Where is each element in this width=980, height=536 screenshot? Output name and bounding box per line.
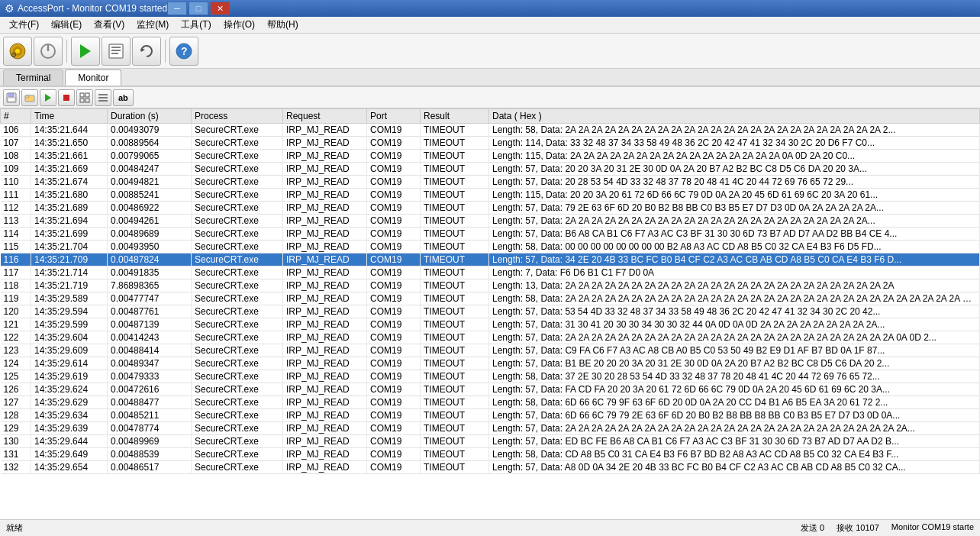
cell-datahex: Length: 57, Data: ED BC FE B6 A8 CA B1 C… — [489, 435, 980, 448]
svg-rect-16 — [8, 98, 15, 102]
cell-time: 14:35:29.589 — [31, 292, 108, 305]
table-row[interactable]: 12814:35:29.6340.00485211SecureCRT.exeIR… — [1, 409, 980, 422]
stop-button[interactable] — [58, 89, 75, 106]
col-header-result: Result — [421, 109, 489, 124]
cell-result: TIMEOUT — [421, 435, 489, 448]
cell-durations: 0.00479333 — [108, 370, 192, 383]
cell-time: 14:35:21.661 — [31, 150, 108, 163]
table-row[interactable]: 12414:35:29.6140.00489347SecureCRT.exeIR… — [1, 357, 980, 370]
table-row[interactable]: 13114:35:29.6490.00488539SecureCRT.exeIR… — [1, 448, 980, 461]
ab-button[interactable]: ab — [113, 89, 134, 106]
cell-port: COM19 — [367, 266, 421, 279]
cell-request: IRP_MJ_READ — [283, 435, 367, 448]
menu-item-h[interactable]: 帮助(H) — [261, 17, 305, 33]
table-row[interactable]: 10914:35:21.6690.00484247SecureCRT.exeIR… — [1, 163, 980, 176]
power-button[interactable] — [34, 37, 63, 66]
cell-result: TIMEOUT — [421, 396, 489, 409]
table-row[interactable]: 11514:35:21.7040.00493950SecureCRT.exeIR… — [1, 241, 980, 253]
cell-time: 14:35:29.604 — [31, 331, 108, 344]
table-row[interactable]: 12614:35:29.6240.00472616SecureCRT.exeIR… — [1, 383, 980, 396]
cell-: 132 — [1, 461, 31, 474]
menu-item-t[interactable]: 工具(T) — [175, 17, 217, 33]
cell-request: IRP_MJ_READ — [283, 176, 367, 189]
grid-button[interactable] — [76, 89, 93, 106]
menu-item-m[interactable]: 监控(M) — [131, 17, 175, 33]
table-row[interactable]: 10714:35:21.6500.00889564SecureCRT.exeIR… — [1, 137, 980, 150]
table-row[interactable]: 11314:35:21.6940.00494261SecureCRT.exeIR… — [1, 215, 980, 228]
data-table: #TimeDuration (s)ProcessRequestPortResul… — [0, 108, 980, 474]
table-row[interactable]: 11414:35:21.6990.00489689SecureCRT.exeIR… — [1, 228, 980, 241]
table-row[interactable]: 11114:35:21.6800.00885241SecureCRT.exeIR… — [1, 189, 980, 202]
cell-: 127 — [1, 396, 31, 409]
table-row[interactable]: 11714:35:21.7140.00491835SecureCRT.exeIR… — [1, 266, 980, 279]
table-row[interactable]: 12314:35:29.6090.00488414SecureCRT.exeIR… — [1, 344, 980, 357]
cell-process: SecureCRT.exe — [192, 150, 283, 163]
cell-: 124 — [1, 357, 31, 370]
table-row[interactable]: 13014:35:29.6440.00489969SecureCRT.exeIR… — [1, 435, 980, 448]
cell-process: SecureCRT.exe — [192, 435, 283, 448]
data-table-container[interactable]: #TimeDuration (s)ProcessRequestPortResul… — [0, 108, 980, 519]
cell-port: COM19 — [367, 124, 421, 137]
cell-request: IRP_MJ_READ — [283, 448, 367, 461]
open-button[interactable] — [21, 89, 38, 106]
table-row[interactable]: 12214:35:29.6040.00414243SecureCRT.exeIR… — [1, 331, 980, 344]
cell-datahex: Length: 58, Data: 6D 66 6C 79 9F 63 6F 6… — [489, 396, 980, 409]
run-button[interactable] — [71, 37, 100, 66]
cell-durations: 0.00478774 — [108, 422, 192, 435]
list-button[interactable] — [95, 89, 111, 106]
table-row[interactable]: 11814:35:21.7197.86898365SecureCRT.exeIR… — [1, 279, 980, 292]
table-row[interactable]: 13214:35:29.6540.00486517SecureCRT.exeIR… — [1, 461, 980, 474]
table-header: #TimeDuration (s)ProcessRequestPortResul… — [1, 109, 980, 124]
menu-item-f[interactable]: 文件(F) — [3, 17, 45, 33]
cell-: 128 — [1, 409, 31, 422]
cell-: 116 — [1, 253, 31, 266]
cell-time: 14:35:29.609 — [31, 344, 108, 357]
tab-monitor[interactable]: Monitor — [65, 69, 121, 86]
menu-item-o[interactable]: 操作(O) — [218, 17, 261, 33]
table-row[interactable]: 12914:35:29.6390.00478774SecureCRT.exeIR… — [1, 422, 980, 435]
help-button[interactable]: ? — [169, 37, 198, 66]
save-button[interactable] — [3, 89, 20, 106]
table-row[interactable]: 10614:35:21.6440.00493079SecureCRT.exeIR… — [1, 124, 980, 137]
cell-durations: 0.00885241 — [108, 189, 192, 202]
cell-: 122 — [1, 331, 31, 344]
cell-request: IRP_MJ_READ — [283, 124, 367, 137]
cell-time: 14:35:21.694 — [31, 215, 108, 228]
menu-item-v[interactable]: 查看(V) — [88, 17, 131, 33]
cell-result: TIMEOUT — [421, 137, 489, 150]
table-row[interactable]: 12514:35:29.6190.00479333SecureCRT.exeIR… — [1, 370, 980, 383]
settings-button[interactable]: ⚙ — [3, 37, 32, 66]
close-button[interactable]: ✕ — [210, 2, 230, 15]
table-row[interactable]: 10814:35:21.6610.00799065SecureCRT.exeIR… — [1, 150, 980, 163]
cell-process: SecureCRT.exe — [192, 124, 283, 137]
maximize-button[interactable]: □ — [189, 2, 208, 15]
cell-port: COM19 — [367, 202, 421, 215]
cell-time: 14:35:21.714 — [31, 266, 108, 279]
svg-rect-18 — [25, 95, 29, 98]
play-button[interactable] — [40, 89, 56, 106]
cell-time: 14:35:29.649 — [31, 448, 108, 461]
cell-datahex: Length: 57, Data: 20 20 3A 20 31 2E 30 0… — [489, 163, 980, 176]
cell-port: COM19 — [367, 383, 421, 396]
table-row[interactable]: 12714:35:29.6290.00488477SecureCRT.exeIR… — [1, 396, 980, 409]
table-row[interactable]: 12114:35:29.5990.00487139SecureCRT.exeIR… — [1, 318, 980, 331]
table-row[interactable]: 11614:35:21.7090.00487824SecureCRT.exeIR… — [1, 253, 980, 266]
cell-durations: 0.00488414 — [108, 344, 192, 357]
cell-time: 14:35:21.704 — [31, 241, 108, 253]
minimize-button[interactable]: ─ — [167, 2, 187, 15]
log-button[interactable] — [102, 37, 131, 66]
table-row[interactable]: 11214:35:21.6890.00486922SecureCRT.exeIR… — [1, 202, 980, 215]
table-row[interactable]: 12014:35:29.5940.00487761SecureCRT.exeIR… — [1, 305, 980, 318]
cell-request: IRP_MJ_READ — [283, 266, 367, 279]
tab-terminal[interactable]: Terminal — [3, 69, 63, 86]
menu-item-e[interactable]: 编辑(E) — [45, 17, 88, 33]
cell-datahex: Length: 58, Data: CD A8 B5 C0 31 CA E4 B… — [489, 448, 980, 461]
table-row[interactable]: 11014:35:21.6740.00494821SecureCRT.exeIR… — [1, 176, 980, 189]
cell-durations: 0.00487139 — [108, 318, 192, 331]
refresh-button[interactable] — [132, 37, 161, 66]
cell-result: TIMEOUT — [421, 124, 489, 137]
cell-: 118 — [1, 279, 31, 292]
table-row[interactable]: 11914:35:29.5890.00477747SecureCRT.exeIR… — [1, 292, 980, 305]
cell-port: COM19 — [367, 422, 421, 435]
cell-durations: 0.00489969 — [108, 435, 192, 448]
